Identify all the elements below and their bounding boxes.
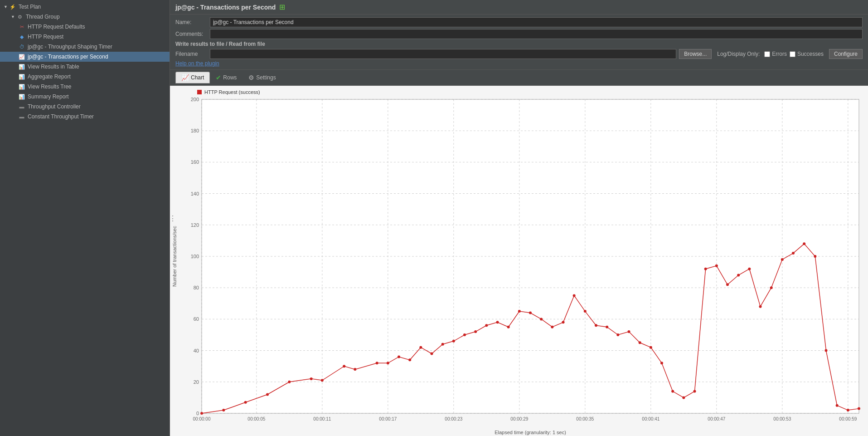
svg-point-84 (693, 390, 696, 393)
sidebar-icon-throughput-controller: ▬ (18, 103, 25, 110)
svg-point-51 (310, 377, 313, 380)
svg-text:00:00:53: 00:00:53 (773, 416, 791, 421)
errors-checkbox-group: Errors (764, 51, 787, 57)
tab-label-settings: Settings (256, 74, 276, 81)
svg-point-80 (650, 346, 652, 349)
browse-button[interactable]: Browse... (679, 49, 712, 59)
svg-point-90 (759, 305, 762, 308)
expand-icon[interactable]: ⊞ (279, 3, 285, 11)
sidebar-item-jp-gc-transactions[interactable]: 📈jp@gc - Transactions per Second (0, 52, 170, 62)
sidebar-icon-summary-report: 📊 (18, 93, 25, 100)
legend-label: HTTP Request (success) (204, 89, 260, 95)
svg-point-93 (792, 252, 795, 255)
svg-point-59 (419, 346, 422, 349)
form-area: Name: Comments: Write results to file / … (170, 15, 868, 70)
sidebar-label-throughput-controller: Throughput Controller (28, 103, 81, 110)
filename-input[interactable] (210, 49, 676, 59)
svg-text:200: 200 (191, 97, 199, 102)
svg-point-87 (726, 283, 729, 286)
sidebar-icon-constant-throughput-timer: ▬ (18, 113, 25, 120)
svg-point-70 (540, 318, 543, 320)
svg-point-75 (595, 324, 597, 327)
successes-checkbox-group: Successes (790, 51, 824, 57)
svg-point-85 (704, 268, 707, 270)
chart-area: HTTP Request (success) 02040608010012014… (170, 86, 868, 436)
successes-checkbox[interactable] (790, 51, 795, 57)
comments-input[interactable] (210, 29, 863, 39)
svg-point-82 (671, 390, 674, 393)
svg-point-89 (748, 268, 751, 270)
svg-point-49 (266, 393, 269, 396)
name-input[interactable] (210, 17, 863, 27)
sidebar-label-http-request: HTTP Request (28, 34, 63, 40)
sidebar-icon-thread-group: ⚙ (16, 13, 24, 20)
svg-point-71 (551, 326, 553, 328)
svg-point-95 (814, 255, 816, 258)
sidebar-icon-view-results-tree: 📊 (18, 83, 25, 90)
svg-text:60: 60 (194, 316, 199, 322)
help-link[interactable]: Help on the plugin (175, 60, 219, 67)
svg-text:Number of transactions/sec: Number of transactions/sec (172, 226, 177, 287)
errors-label: Errors (772, 51, 787, 57)
tab-chart[interactable]: 📈Chart (175, 72, 210, 83)
sidebar-item-http-request[interactable]: ◆HTTP Request (0, 32, 170, 42)
errors-checkbox[interactable] (764, 51, 770, 57)
svg-text:40: 40 (194, 348, 199, 353)
svg-point-99 (858, 407, 860, 410)
main-panel: jp@gc - Transactions per Second ⊞ Name: … (170, 0, 868, 436)
svg-point-53 (343, 365, 345, 367)
sidebar-item-thread-group[interactable]: ▼⚙Thread Group (0, 12, 170, 22)
comments-label: Comments: (175, 31, 207, 37)
sidebar-item-aggregate-report[interactable]: 📊Aggregate Report (0, 72, 170, 82)
successes-label: Successes (797, 51, 824, 57)
svg-point-77 (616, 333, 619, 336)
tab-label-chart: Chart (191, 74, 204, 81)
svg-point-65 (485, 324, 488, 327)
name-label: Name: (175, 19, 207, 25)
title-bar: jp@gc - Transactions per Second ⊞ (170, 0, 868, 15)
svg-text:160: 160 (191, 159, 199, 165)
svg-point-98 (847, 409, 849, 412)
legend-color (197, 90, 202, 94)
svg-point-64 (474, 330, 477, 333)
svg-text:Elapsed time (granularity: 1 s: Elapsed time (granularity: 1 sec) (495, 430, 566, 435)
filename-label: Filename (175, 51, 207, 57)
svg-point-73 (573, 294, 576, 297)
sidebar-item-constant-throughput-timer[interactable]: ▬Constant Throughput Timer (0, 112, 170, 122)
svg-point-50 (288, 381, 291, 383)
svg-point-61 (441, 343, 444, 346)
sidebar-label-constant-throughput-timer: Constant Throughput Timer (28, 113, 94, 120)
resize-handle[interactable]: ⋮ (169, 214, 176, 222)
svg-text:00:00:11: 00:00:11 (313, 416, 331, 421)
sidebar-icon-http-request: ◆ (18, 33, 25, 40)
sidebar-item-view-results-table[interactable]: 📊View Results in Table (0, 62, 170, 72)
svg-point-83 (682, 396, 685, 399)
sidebar-item-throughput-controller[interactable]: ▬Throughput Controller (0, 102, 170, 112)
configure-button[interactable]: Configure (829, 49, 863, 59)
sidebar-label-thread-group: Thread Group (26, 14, 60, 20)
svg-point-48 (244, 401, 247, 404)
svg-point-56 (387, 362, 389, 364)
tab-settings[interactable]: ⚙Settings (242, 72, 281, 83)
svg-point-81 (660, 362, 663, 364)
sidebar-item-summary-report[interactable]: 📊Summary Report (0, 92, 170, 102)
sidebar-label-test-plan: Test Plan (19, 4, 41, 10)
sidebar-item-jp-gc-throughput-timer[interactable]: ⏱jp@gc - Throughput Shaping Timer (0, 42, 170, 52)
svg-point-72 (562, 321, 565, 323)
svg-point-68 (518, 310, 521, 313)
sidebar: ▼⚡Test Plan▼⚙Thread Group✂HTTP Request D… (0, 0, 170, 436)
sidebar-item-http-request-defaults[interactable]: ✂HTTP Request Defaults (0, 22, 170, 32)
svg-point-78 (628, 330, 630, 333)
tab-rows[interactable]: ✔Rows (210, 72, 242, 83)
svg-text:00:00:47: 00:00:47 (708, 416, 725, 421)
svg-point-74 (584, 310, 587, 313)
sidebar-item-view-results-tree[interactable]: 📊View Results Tree (0, 82, 170, 92)
chart-svg-container: 02040608010012014016018020000:00:0000:00… (170, 86, 868, 436)
svg-point-54 (354, 368, 356, 371)
sidebar-label-jp-gc-transactions: jp@gc - Transactions per Second (28, 54, 108, 60)
svg-point-66 (496, 321, 499, 323)
svg-text:00:00:59: 00:00:59 (839, 416, 857, 421)
sidebar-item-test-plan[interactable]: ▼⚡Test Plan (0, 2, 170, 12)
svg-point-92 (781, 258, 784, 261)
sidebar-label-view-results-table: View Results in Table (28, 64, 79, 70)
